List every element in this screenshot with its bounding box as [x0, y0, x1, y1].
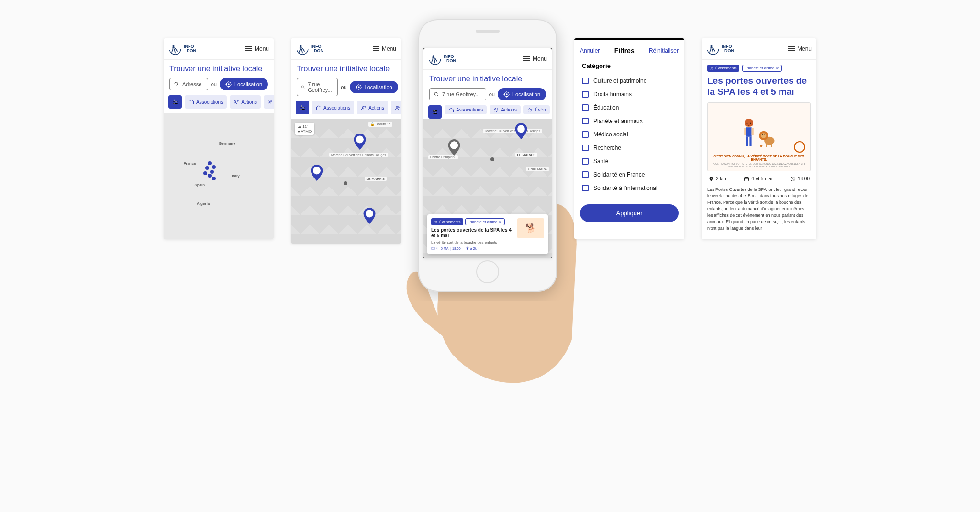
filter-chips: Associations Actions Évén	[164, 95, 274, 113]
chip-associations[interactable]: Associations	[312, 101, 354, 114]
screen-results: INFODON Menu Trouver une initiative loca…	[291, 38, 401, 244]
category-label: Médico social	[593, 131, 628, 138]
filters-button[interactable]	[296, 101, 309, 114]
checkbox-icon	[582, 185, 589, 191]
chip-actions[interactable]: Actions	[357, 101, 388, 114]
category-item[interactable]: Solidarité en France	[582, 168, 677, 181]
location-icon	[708, 176, 714, 182]
chip-events[interactable]: Évén	[523, 105, 550, 114]
screen-filters: Annuler Filtres Réinitialiser Catégorie …	[574, 38, 684, 239]
girl-drawing-icon	[742, 119, 756, 149]
chip-events[interactable]: Évén	[264, 95, 274, 109]
category-item[interactable]: Santé	[582, 155, 677, 168]
logo[interactable]: INFODON	[168, 42, 196, 56]
address-input[interactable]: 7 rue Geoffrey...	[297, 78, 338, 96]
assoc-icon	[189, 99, 194, 105]
menu-button[interactable]: Menu	[523, 56, 547, 62]
cancel-link[interactable]: Annuler	[580, 47, 600, 54]
hamburger-icon	[245, 46, 252, 51]
chip-associations[interactable]: Associations	[185, 95, 227, 109]
map-pin[interactable]	[514, 123, 528, 139]
locate-button[interactable]: Localisation	[498, 88, 546, 100]
map-pin-inactive[interactable]	[447, 139, 461, 156]
category-label: Santé	[593, 158, 608, 165]
tag-events: Évènements	[431, 218, 463, 225]
chip-actions[interactable]: Actions	[490, 105, 521, 114]
actions-icon	[234, 99, 239, 105]
apply-button[interactable]: Appliquer	[580, 204, 679, 222]
category-item[interactable]: Planète et animaux	[582, 114, 677, 128]
map-city[interactable]: ☁ 11° ● ATMO 🔒 Beauty 15 Marché Couvert …	[291, 119, 401, 244]
event-thumbnail: 🐕	[517, 218, 544, 238]
menu-button[interactable]: Menu	[245, 45, 269, 52]
svg-rect-31	[749, 136, 751, 146]
detail-title: Les portes ouvertes de la SPA les 4 et 5…	[702, 75, 816, 102]
category-item[interactable]: Médico social	[582, 128, 677, 141]
map-city[interactable]: Marché Couvert des Enfants Rouges Centre…	[423, 119, 552, 258]
event-card[interactable]: Évènements Planète et animaux Les portes…	[427, 214, 548, 254]
modal-title: Filtres	[614, 47, 635, 55]
screen-phone: INFODON Menu Trouver une initiative loca…	[418, 19, 557, 292]
event-title: Les portes ouvertes de la SPA les 4 et 5…	[431, 227, 513, 239]
address-input[interactable]: Adresse	[169, 78, 208, 90]
category-label: Solidarité en France	[593, 171, 645, 178]
detail-meta: 2 km 4 et 5 mai 18:00	[702, 171, 816, 187]
svg-rect-33	[752, 128, 754, 135]
search-icon	[301, 84, 305, 90]
category-item[interactable]: Solidarité à l'international	[582, 181, 677, 195]
category-label: Planète et animaux	[593, 118, 643, 124]
logo[interactable]: INFODON	[706, 42, 734, 56]
event-subtitle: La vérité sort de la bouche des enfants	[431, 240, 513, 245]
chip-actions[interactable]: Actions	[230, 95, 261, 109]
screen-landing: INFODON Menu Trouver une initiative loca…	[164, 38, 274, 239]
tag-events: Évènements	[707, 65, 739, 72]
checkbox-icon	[582, 145, 589, 151]
category-label: Recherche	[593, 145, 621, 151]
svg-point-41	[760, 145, 763, 147]
event-poster: C'EST BIEN CONNU, LA VÉRITÉ SORT DE LA B…	[707, 102, 811, 171]
checkbox-icon	[582, 104, 589, 111]
logo[interactable]: INFODON	[428, 52, 456, 66]
svg-rect-32	[744, 128, 746, 135]
category-label: Solidarité à l'international	[593, 185, 657, 191]
chip-associations[interactable]: Associations	[445, 105, 487, 114]
checkbox-icon	[582, 78, 589, 84]
map-pin[interactable]	[310, 165, 323, 181]
events-icon	[267, 99, 273, 105]
map-pin[interactable]	[353, 134, 367, 150]
svg-point-38	[764, 134, 765, 135]
lion-drawing-icon	[758, 129, 776, 149]
page-title: Trouver une initiative locale	[169, 65, 268, 73]
chip-events[interactable]: Évén	[391, 101, 401, 114]
topbar: INFODON Menu	[164, 38, 274, 60]
category-item[interactable]: Recherche	[582, 141, 677, 155]
locate-button[interactable]: Localisation	[220, 78, 268, 90]
filters-button[interactable]	[168, 95, 182, 109]
checkbox-icon	[582, 91, 589, 98]
category-label: Droits humains	[593, 91, 632, 98]
stamp-icon	[794, 141, 805, 153]
checkbox-icon	[582, 171, 589, 178]
category-item[interactable]: Éducation	[582, 101, 677, 114]
logo[interactable]: INFODON	[296, 42, 323, 56]
reset-link[interactable]: Réinitialiser	[649, 47, 679, 54]
tag-category: Planète et animaux	[742, 65, 782, 72]
filters-button[interactable]	[428, 105, 442, 119]
category-item[interactable]: Droits humains	[582, 88, 677, 101]
tag-category: Planète et animaux	[465, 218, 505, 225]
category-label: Éducation	[593, 104, 619, 111]
svg-rect-39	[766, 143, 767, 147]
or-label: ou	[211, 81, 217, 87]
menu-button[interactable]: Menu	[788, 45, 812, 52]
weather-badge: ☁ 11° ● ATMO	[295, 123, 314, 135]
calendar-icon	[744, 176, 749, 182]
svg-rect-30	[746, 136, 748, 146]
locate-button[interactable]: Localisation	[350, 81, 398, 93]
category-item[interactable]: Culture et patrimoine	[582, 74, 677, 88]
category-heading: Catégorie	[574, 59, 684, 72]
map-world[interactable]: Germany France Spain Algeria Italy	[164, 113, 274, 239]
svg-point-37	[762, 134, 763, 135]
map-pin[interactable]	[363, 208, 376, 224]
menu-button[interactable]: Menu	[373, 45, 396, 52]
address-input[interactable]: 7 rue Geoffrey...	[429, 88, 486, 100]
